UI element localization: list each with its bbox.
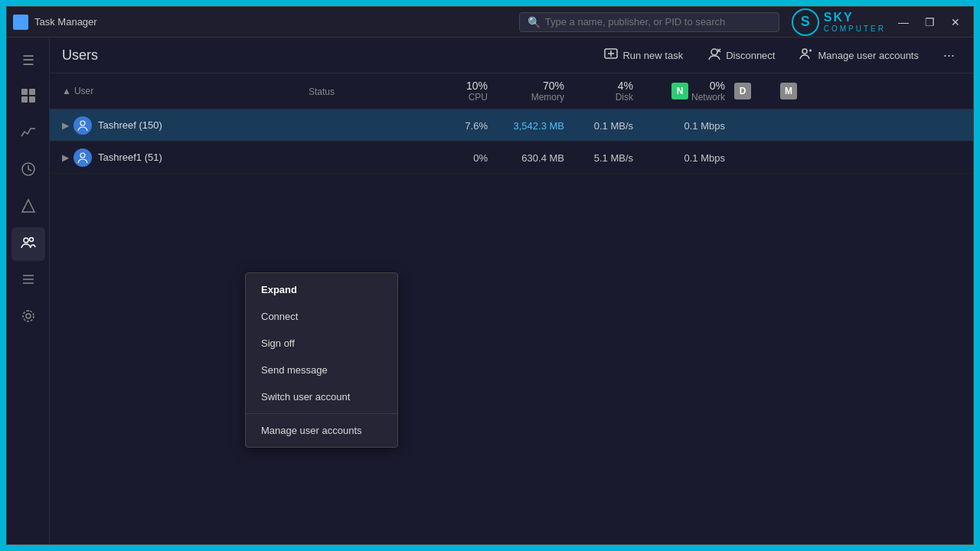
run-new-task-label: Run new task: [622, 50, 683, 61]
sidebar-item-services[interactable]: [11, 301, 45, 334]
context-item-expand[interactable]: Expand: [246, 276, 397, 303]
main-layout: ☰: [7, 37, 973, 544]
status-column-label: Status: [309, 86, 335, 97]
context-menu: Expand Connect Sign off Send message Swi…: [245, 272, 398, 448]
window-controls: — ❐ ✕: [892, 12, 967, 32]
context-item-sign-off[interactable]: Sign off: [246, 330, 397, 357]
startup-icon: [21, 198, 36, 217]
cpu-label: CPU: [466, 92, 488, 103]
svg-point-23: [802, 49, 807, 54]
context-item-switch-user[interactable]: Switch user account: [246, 383, 397, 410]
clock-icon: [21, 161, 36, 181]
gpu-n-badge: N: [671, 83, 688, 99]
performance-icon: [21, 125, 36, 144]
col-header-memory: 70% Memory: [494, 73, 570, 109]
more-options-button[interactable]: ···: [937, 44, 961, 67]
users-icon: [21, 235, 36, 254]
col-header-network: N 0% Network: [639, 73, 731, 109]
context-separator: [246, 413, 397, 414]
search-input[interactable]: [545, 16, 771, 28]
network-2: 0.1 Mbps: [639, 145, 731, 171]
sky-logo: S SKY COMPUTER: [792, 8, 886, 36]
disconnect-button[interactable]: Disconnect: [701, 44, 781, 67]
sidebar-item-history[interactable]: [11, 154, 45, 187]
close-button[interactable]: ✕: [944, 12, 967, 32]
col-header-disk: 4% Disk: [570, 73, 639, 109]
svg-point-10: [24, 238, 28, 243]
sidebar-item-performance[interactable]: [11, 117, 45, 151]
memory-pct: 70%: [531, 80, 564, 92]
cpu-1: 7.6%: [425, 112, 494, 139]
more-icon: ···: [943, 47, 955, 63]
col-header-gpu-m: M: [777, 77, 823, 106]
maximize-button[interactable]: ❐: [918, 12, 941, 32]
content-area: Users Run new task: [50, 37, 973, 544]
table-row[interactable]: ▶ Tashreef (150) 7.6%: [50, 109, 973, 142]
gpu-d-badge: D: [734, 83, 751, 99]
sidebar-item-dashboard[interactable]: [11, 80, 45, 114]
user-avatar-1: [74, 116, 92, 135]
sort-up-icon: ▲: [62, 86, 71, 96]
svg-point-24: [80, 121, 85, 126]
table-header: ▲ User Status 10% CPU: [50, 73, 973, 109]
task-manager-window: Task Manager 🔍 S SKY COMPUTER — ❐ ✕ ☰: [6, 6, 974, 545]
context-item-send-message[interactable]: Send message: [246, 357, 397, 383]
sidebar-item-startup[interactable]: [11, 191, 45, 224]
memory-2: 630.4 MB: [494, 145, 570, 171]
network-1: 0.1 Mbps: [639, 112, 731, 139]
network-label: Network: [691, 92, 725, 103]
sidebar: ☰: [7, 37, 50, 544]
gear-icon: [21, 308, 36, 328]
minimize-button[interactable]: —: [892, 12, 915, 32]
svg-marker-9: [22, 200, 34, 212]
computer-text: COMPUTER: [824, 24, 886, 34]
manage-user-accounts-label: Manage user accounts: [818, 50, 919, 61]
svg-rect-3: [21, 23, 26, 28]
table-row[interactable]: ▶ Tashreef1 (51) 0%: [50, 142, 973, 174]
disk-1: 0.1 MB/s: [570, 112, 639, 139]
header-bar: Users Run new task: [50, 37, 973, 73]
header-actions: Run new task Disconnect: [598, 44, 961, 67]
context-item-connect[interactable]: Connect: [246, 303, 397, 330]
expand-icon-2[interactable]: ▶: [62, 152, 69, 163]
sidebar-item-users[interactable]: [11, 227, 45, 261]
context-item-manage-accounts[interactable]: Manage user accounts: [246, 417, 397, 444]
col-header-user: ▲ User: [50, 80, 302, 103]
disconnect-icon: [707, 47, 721, 64]
col-header-status: Status: [302, 78, 425, 104]
svg-rect-2: [15, 23, 20, 28]
page-title: Users: [62, 47, 598, 64]
disconnect-label: Disconnect: [726, 50, 775, 61]
expand-icon-1[interactable]: ▶: [62, 120, 69, 131]
manage-accounts-icon: [799, 47, 813, 64]
gpu-m-badge: M: [780, 83, 797, 99]
disk-2: 5.1 MB/s: [570, 145, 639, 171]
cpu-pct: 10%: [466, 80, 488, 92]
search-bar[interactable]: 🔍: [519, 12, 779, 32]
memory-1: 3,542.3 MB: [494, 112, 570, 139]
memory-label: Memory: [531, 92, 564, 103]
user-avatar-2: [74, 148, 92, 167]
sidebar-item-details[interactable]: [11, 264, 45, 298]
col-header-cpu: 10% CPU: [425, 73, 494, 109]
disk-pct: 4%: [616, 80, 633, 92]
manage-user-accounts-button[interactable]: Manage user accounts: [793, 44, 925, 67]
sidebar-item-hamburger[interactable]: ☰: [11, 44, 45, 77]
svg-rect-4: [21, 89, 28, 95]
svg-rect-0: [15, 17, 20, 21]
svg-rect-7: [29, 96, 35, 103]
user-name-2: Tashreef1 (51): [98, 152, 162, 163]
app-title: Task Manager: [34, 16, 519, 28]
svg-point-16: [23, 311, 34, 321]
network-pct: 0%: [691, 80, 725, 92]
svg-point-25: [80, 153, 85, 158]
app-icon: [13, 15, 28, 30]
dashboard-icon: [21, 88, 36, 107]
svg-point-11: [29, 237, 33, 241]
run-new-task-button[interactable]: Run new task: [598, 44, 689, 67]
svg-point-15: [26, 314, 31, 318]
user-name-1: Tashreef (150): [98, 119, 162, 131]
hamburger-icon: ☰: [22, 52, 34, 69]
svg-rect-1: [21, 17, 26, 21]
run-task-icon: [604, 47, 618, 64]
